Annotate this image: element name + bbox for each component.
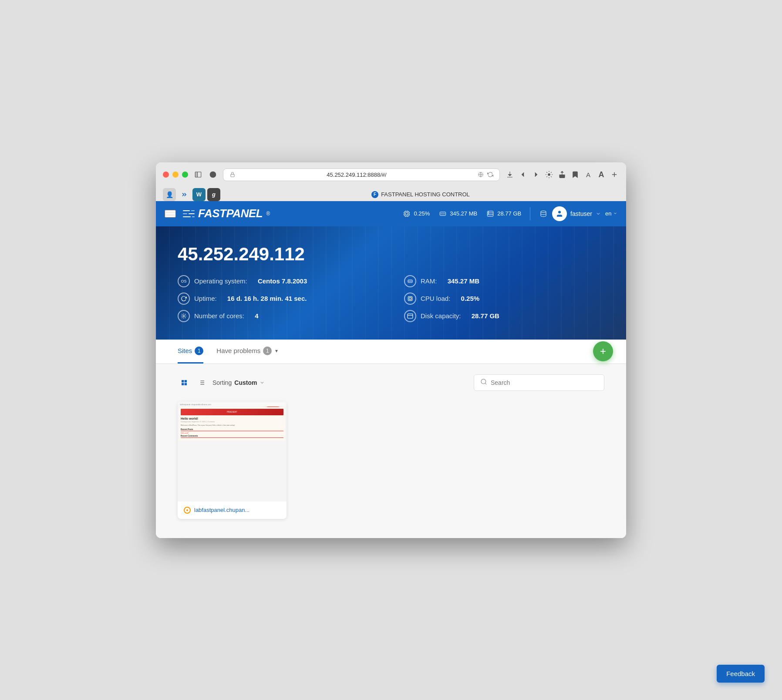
translate-icon: [478, 172, 484, 178]
hamburger-button[interactable]: [165, 210, 176, 218]
thumb-content: labfastpanel.chapandelcoltrane.com PRAES…: [178, 401, 287, 442]
thumb-sidebar-item: Hello world!: [181, 432, 283, 434]
titlebar: 45.252.249.112:8888/#/: [163, 168, 619, 181]
close-button[interactable]: [163, 172, 169, 178]
sorting-value: Custom: [234, 379, 257, 386]
thumb-post-title: Hello world!: [181, 417, 283, 420]
thumb-url-bar: labfastpanel.chapandelcoltrane.com: [179, 403, 285, 406]
share-icon[interactable]: [557, 170, 567, 179]
tab-favicon-wp[interactable]: W: [192, 188, 206, 201]
user-avatar: [552, 206, 567, 221]
ram-icon: [438, 210, 447, 217]
svg-point-6: [548, 174, 550, 176]
hamburger-line-1: [165, 211, 175, 212]
tab-favicon-user[interactable]: 👤: [163, 188, 176, 201]
logo-icon: [183, 210, 195, 217]
lang-chevron-icon: [613, 211, 617, 215]
sidebar-toggle-icon[interactable]: [193, 170, 203, 179]
db-stat: [539, 210, 548, 217]
tab-favicon-g[interactable]: g: [207, 188, 220, 201]
address-bar[interactable]: 45.252.249.112:8888/#/: [223, 168, 500, 181]
disk-stat: 28.77 GB: [486, 210, 521, 217]
thumb-sidebar-title-2: Recent Comments: [181, 434, 283, 438]
bookmark-icon[interactable]: [570, 170, 580, 179]
browser-window: 45.252.249.112:8888/#/: [156, 162, 626, 538]
search-box[interactable]: [474, 374, 604, 391]
reader-mode-icon[interactable]: A: [583, 170, 593, 179]
tab-problems-badge: 1: [263, 347, 272, 355]
cpu-value: 0.25%: [414, 210, 430, 217]
browser-actions: A A: [505, 170, 619, 179]
toolbar: Sorting Custom: [178, 374, 604, 391]
traffic-lights: [163, 172, 188, 178]
tab-title-text: FASTPANEL HOSTING CONTROL: [381, 191, 470, 198]
top-nav: FASTPANEL® 0.25% 345.27 MB 28.77 GB: [156, 201, 626, 226]
disk-value: 28.77 GB: [497, 210, 521, 217]
hamburger-line-3: [165, 216, 175, 217]
thumb-sidebar-title: Recent Posts: [181, 428, 283, 431]
minimize-button[interactable]: [172, 172, 179, 178]
thumb-featured-label: PRAESENT: [227, 411, 237, 413]
list-view-button[interactable]: [195, 376, 208, 389]
svg-line-53: [485, 383, 486, 384]
disk-icon: [486, 210, 495, 217]
forward-icon[interactable]: [531, 170, 541, 179]
settings-icon[interactable]: [544, 170, 554, 179]
thumb-post-body: Welcome to WordPress. This is your first…: [181, 424, 283, 426]
hero-section: 45.252.249.112 OS Operating system: Cent…: [156, 226, 626, 340]
tab-problems[interactable]: Have problems 1 ▾: [216, 340, 278, 363]
feedback-button[interactable]: Feedback: [717, 665, 765, 683]
refresh-icon[interactable]: [487, 172, 493, 178]
ram-stat: 345.27 MB: [438, 210, 477, 217]
list-icon: [198, 379, 205, 386]
sorting-label: Sorting: [212, 379, 232, 386]
tab-sites-badge: 1: [195, 347, 203, 355]
svg-point-29: [488, 213, 489, 214]
svg-rect-0: [195, 172, 197, 177]
history-icon[interactable]: [208, 170, 218, 179]
tab-dropdown-button[interactable]: ▾: [275, 348, 278, 354]
lang-text: en: [605, 210, 611, 217]
tab-sites-label: Sites: [178, 347, 192, 354]
site-status-dot: [186, 509, 188, 511]
site-card: labfastpanel.chapandelcoltrane.com PRAES…: [178, 401, 287, 519]
font-size-icon[interactable]: A: [597, 170, 606, 179]
active-tab[interactable]: F FASTPANEL HOSTING CONTROL: [222, 191, 619, 198]
thumb-featured-image: PRAESENT: [181, 409, 283, 415]
language-selector[interactable]: en: [605, 210, 617, 217]
ram-value: 345.27 MB: [450, 210, 477, 217]
download-icon[interactable]: [505, 170, 515, 179]
tabs-section: Sites 1 Have problems 1 ▾ +: [156, 340, 626, 364]
view-controls: Sorting Custom: [178, 376, 265, 389]
logo-reg: ®: [266, 211, 270, 217]
tab-favicon-forward[interactable]: [178, 188, 191, 201]
nav-divider: [530, 207, 530, 220]
tab-sites[interactable]: Sites 1: [178, 340, 203, 363]
site-url-text[interactable]: labfastpanel.chupan...: [194, 507, 249, 513]
app-container: FASTPANEL® 0.25% 345.27 MB 28.77 GB: [156, 201, 626, 538]
browser-chrome: 45.252.249.112:8888/#/: [156, 162, 626, 201]
search-icon: [480, 378, 487, 387]
maximize-button[interactable]: [182, 172, 188, 178]
svg-point-30: [541, 211, 546, 212]
grid-view-button[interactable]: [178, 376, 191, 389]
svg-rect-42: [182, 380, 184, 382]
site-thumbnail[interactable]: labfastpanel.chapandelcoltrane.com PRAES…: [178, 401, 287, 501]
url-text: 45.252.249.112:8888/#/: [239, 172, 474, 178]
thumb-post-meta: Uncategorized | September 27, 2021 | 1 C…: [181, 421, 283, 423]
db-icon: [539, 210, 548, 217]
user-menu[interactable]: fastuser: [552, 206, 601, 221]
add-site-button[interactable]: +: [593, 341, 613, 361]
new-tab-icon[interactable]: [610, 170, 619, 179]
username-text: fastuser: [570, 210, 592, 217]
back-icon[interactable]: [518, 170, 528, 179]
browser-tabs: 👤 W g F FASTPANEL HOSTING CONTROL: [163, 185, 619, 201]
search-input[interactable]: [491, 379, 598, 386]
sites-grid: labfastpanel.chapandelcoltrane.com PRAES…: [178, 401, 604, 519]
svg-rect-20: [440, 212, 446, 215]
tab-problems-label: Have problems: [216, 347, 260, 354]
site-status-icon: [184, 507, 191, 514]
svg-rect-4: [231, 174, 234, 177]
sorting-control[interactable]: Sorting Custom: [212, 379, 265, 386]
logo-text: FASTPANEL: [198, 207, 263, 220]
